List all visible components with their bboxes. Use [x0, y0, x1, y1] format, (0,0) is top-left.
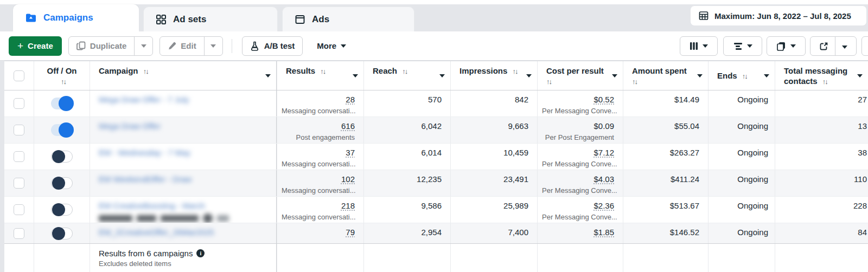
select-all-checkbox[interactable] — [14, 70, 24, 81]
badge — [99, 215, 132, 222]
results-value[interactable]: 79 — [282, 227, 355, 238]
impressions-value: 9,663 — [455, 121, 528, 132]
sort-icon: ↑↓ — [822, 77, 827, 86]
campaign-name[interactable]: Mega Draw Offer - 7 July — [99, 95, 271, 104]
cost-per-result-value[interactable]: $1.85 — [542, 227, 614, 238]
cost-per-result-value[interactable]: $4.03 — [542, 174, 614, 185]
header-cell-amount-spent[interactable]: Amount spent ↑↓ — [623, 61, 708, 90]
row-checkbox[interactable] — [14, 228, 24, 239]
cost-type-label: Per Messaging Conve... — [542, 186, 614, 195]
campaign-name[interactable]: EM CreativeBoosting - March — [99, 201, 271, 210]
chevron-down-icon[interactable] — [764, 74, 769, 77]
duplicate-label: Duplicate — [90, 41, 127, 50]
chevron-down-icon[interactable] — [612, 74, 617, 77]
row-checkbox[interactable] — [14, 98, 24, 109]
tab-ad-sets[interactable]: Ad sets — [143, 7, 278, 31]
campaign-toggle[interactable] — [51, 228, 73, 239]
tab-campaigns[interactable]: Campaigns — [13, 4, 139, 31]
date-range-button[interactable]: Maximum: Jun 8, 2022 – Jul 8, 2025 — [690, 5, 867, 26]
duplicate-dropdown[interactable] — [134, 37, 152, 55]
ad-sets-grid-icon — [156, 14, 167, 25]
impressions-value: 7,400 — [455, 227, 528, 238]
chevron-down-icon[interactable] — [526, 74, 532, 77]
toggle-knob — [52, 177, 65, 190]
campaign-name[interactable]: EM - Wednesday - 7 May — [99, 148, 271, 157]
chevron-down-icon[interactable] — [353, 74, 358, 77]
amount-spent-value: $146.52 — [628, 227, 699, 238]
duplicate-split-button: Duplicate — [68, 36, 154, 56]
row-checkbox[interactable] — [14, 204, 24, 215]
table-footer-row: Results from 6 campaigns i Excludes dele… — [4, 243, 868, 272]
cost-per-result-value[interactable]: $2.36 — [542, 200, 614, 211]
contacts-value: 84 — [780, 227, 867, 238]
more-button[interactable]: More — [311, 36, 352, 56]
clipped-button[interactable] — [861, 36, 868, 56]
ab-test-button[interactable]: A/B test — [242, 36, 303, 56]
results-value[interactable]: 28 — [282, 94, 355, 105]
duplicate-button[interactable]: Duplicate — [69, 37, 135, 55]
results-value[interactable]: 218 — [282, 200, 355, 211]
results-type-label: Messaging conversati... — [282, 186, 355, 195]
header-cell-campaign[interactable]: Campaign ↑↓ — [90, 61, 277, 90]
reports-button[interactable] — [767, 36, 806, 56]
chevron-down-icon[interactable] — [439, 74, 445, 77]
info-icon[interactable]: i — [196, 249, 205, 257]
sort-icon: ↑↓ — [742, 72, 747, 80]
breakdown-button[interactable] — [723, 36, 762, 56]
results-value[interactable]: 37 — [282, 147, 355, 158]
results-value[interactable]: 102 — [282, 174, 355, 185]
amount-spent-value: $513.67 — [628, 200, 699, 211]
results-summary: Results from 6 campaigns — [99, 249, 193, 258]
cost-type-label: Per Messaging Conve... — [542, 159, 614, 169]
campaigns-folder-icon — [25, 12, 37, 24]
chevron-down-icon — [210, 44, 216, 48]
chevron-down-icon[interactable] — [857, 74, 863, 77]
chevron-down-icon[interactable] — [265, 74, 271, 77]
chevron-down-icon[interactable] — [697, 74, 703, 77]
header-cost-label: Cost per result — [546, 66, 604, 75]
header-cell-results[interactable]: Results ↑↓ — [277, 61, 363, 90]
row-checkbox[interactable] — [14, 151, 24, 162]
campaign-name[interactable]: Mega Draw Offer — [99, 121, 271, 131]
campaign-toggle[interactable] — [51, 98, 73, 109]
edit-dropdown[interactable] — [204, 37, 222, 55]
header-cell-cost-per-result[interactable]: Cost per result ↑↓ — [537, 61, 623, 90]
cost-per-result-value[interactable]: $0.09 — [542, 121, 614, 132]
tab-ads[interactable]: Ads — [282, 7, 414, 31]
cost-per-result-value[interactable]: $7.12 — [542, 147, 614, 158]
results-value[interactable]: 616 — [282, 121, 355, 132]
campaign-name[interactable]: EM WeekendOffer - Draw — [99, 174, 271, 184]
row-checkbox[interactable] — [14, 178, 24, 189]
header-cell-total-messaging-contacts[interactable]: Total messaging contacts ↑↓ — [775, 61, 868, 90]
header-cell-ends[interactable]: Ends ↑↓ — [708, 61, 775, 90]
campaign-name[interactable]: EM_2CreativeOffer_26Mar2025 — [99, 228, 271, 237]
edit-label: Edit — [181, 41, 196, 50]
export-button[interactable] — [810, 36, 857, 56]
create-button[interactable]: + Create — [9, 36, 62, 56]
cost-type-label: Per Messaging Conve... — [542, 212, 614, 222]
results-type-label: Messaging conversati... — [282, 159, 355, 169]
row-checkbox[interactable] — [14, 125, 24, 135]
campaign-toggle[interactable] — [51, 204, 73, 216]
reach-value: 570 — [368, 94, 442, 105]
columns-button[interactable] — [680, 36, 718, 56]
results-type-label: Post engagements — [282, 133, 355, 142]
header-cell-impressions[interactable]: Impressions ↑↓ — [450, 61, 537, 90]
ends-value: Ongoing — [713, 147, 768, 158]
sort-icon: ↑↓ — [61, 77, 66, 86]
header-spent-label: Amount spent — [632, 66, 687, 75]
header-cell-toggle[interactable]: Off / On ↑↓ — [34, 61, 90, 90]
campaign-toggle[interactable] — [51, 177, 73, 189]
campaign-toggle[interactable] — [51, 124, 73, 136]
table-row: Mega Draw Offer 616 Post engagements 6,0… — [4, 117, 868, 144]
amount-spent-value: $411.24 — [628, 174, 699, 185]
cost-per-result-value[interactable]: $0.52 — [542, 94, 614, 105]
sort-icon: ↑↓ — [402, 67, 407, 75]
header-cell-reach[interactable]: Reach ↑↓ — [363, 61, 450, 90]
export-icon — [813, 42, 835, 51]
edit-button[interactable]: Edit — [160, 37, 203, 55]
header-contacts-label-line1: Total messaging — [784, 66, 847, 75]
export-dropdown[interactable] — [835, 41, 854, 51]
campaign-toggle[interactable] — [51, 151, 73, 163]
table-header-row: Off / On ↑↓ Campaign ↑↓ Results ↑↓ Reach… — [4, 61, 868, 90]
